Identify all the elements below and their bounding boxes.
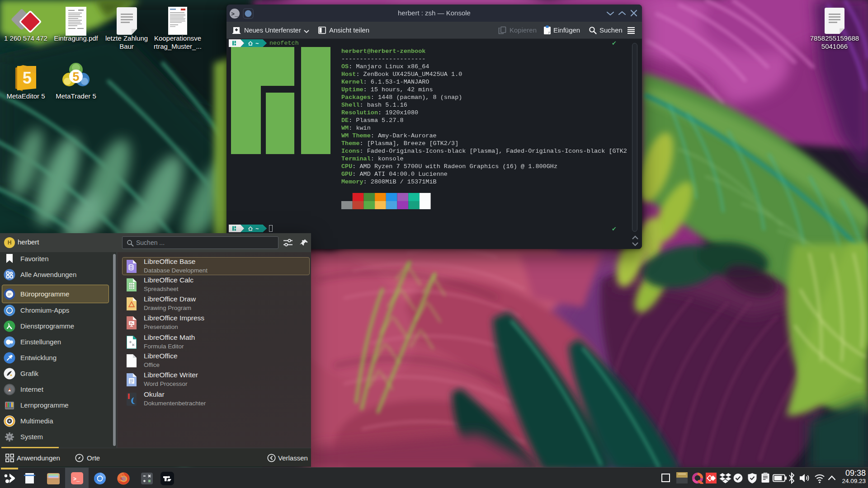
svg-text:5: 5 xyxy=(72,70,79,84)
svg-text:~: ~ xyxy=(255,226,259,233)
svg-text:>_: >_ xyxy=(73,476,80,483)
svg-text:~: ~ xyxy=(255,41,259,47)
svg-text:5: 5 xyxy=(23,69,32,87)
